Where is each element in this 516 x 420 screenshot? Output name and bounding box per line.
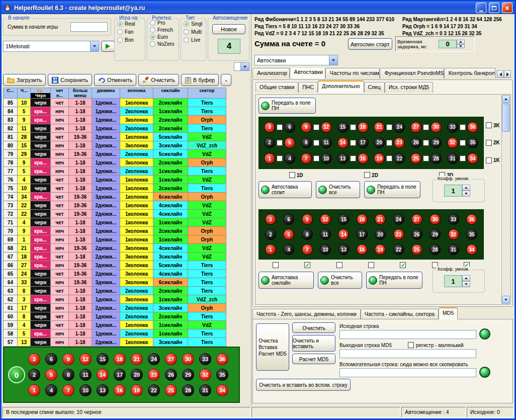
split-checkbox[interactable] (386, 124, 392, 130)
radio-french[interactable]: French (150, 27, 176, 33)
copy-to-buffer-button[interactable]: В буфер (181, 74, 219, 86)
md5-clear-button[interactable]: Очистить (292, 322, 335, 333)
felt-number-32[interactable]: 32 (199, 369, 211, 381)
maximize-button[interactable] (489, 3, 499, 13)
bet-number-35[interactable]: 35 (466, 229, 477, 240)
bet-number-4[interactable]: 4 (284, 153, 295, 164)
split-checkbox[interactable] (313, 155, 319, 161)
sixline-checkbox-2[interactable] (304, 262, 310, 268)
bet-number-25[interactable]: 25 (411, 244, 422, 255)
felt-number-22[interactable]: 22 (148, 384, 160, 396)
bet-number-1[interactable]: 1 (264, 153, 275, 164)
table-row[interactable]: 638чернчет1-181дюжи...2колонка2сиклайнTi… (4, 287, 226, 295)
vertical-scrollbar[interactable] (501, 95, 510, 304)
bet-number-3[interactable]: 3 (264, 122, 275, 133)
bet-number-17[interactable]: 17 (357, 229, 368, 240)
bet-number-9[interactable]: 9 (302, 214, 313, 225)
undo-button[interactable]: Отменить (94, 74, 136, 86)
radio-nozero[interactable]: NoZero (150, 41, 176, 47)
tab-main-4[interactable]: Функционал PsevdoMS (380, 68, 444, 78)
bet-number-9[interactable]: 9 (301, 122, 312, 133)
felt-number-8[interactable]: 8 (62, 369, 74, 381)
tab-scroll-left-button[interactable] (497, 70, 504, 78)
go-ball-button[interactable] (479, 328, 490, 340)
radio-pro[interactable]: Pro (150, 20, 176, 26)
bet-number-29[interactable]: 29 (429, 229, 441, 240)
bet-number-16[interactable]: 16 (358, 153, 369, 164)
split-checkbox[interactable] (460, 155, 466, 161)
bet-number-16[interactable]: 16 (357, 244, 368, 255)
felt-number-36[interactable]: 36 (216, 353, 228, 365)
dozen-checkbox-1d[interactable] (289, 172, 295, 178)
spinner-up-button[interactable] (462, 185, 470, 191)
radio-real[interactable]: Real (117, 21, 142, 27)
split-checkbox[interactable] (460, 124, 466, 130)
radio-fan[interactable]: Fan (117, 29, 142, 35)
tab-sub-4[interactable]: Спец (364, 82, 385, 93)
table-row[interactable]: 7510чернчет1-181дюжи...1колонка2сиклайнT… (4, 184, 226, 193)
felt-number-24[interactable]: 24 (148, 353, 160, 365)
bet-number-7[interactable]: 7 (302, 244, 313, 255)
bet-number-21[interactable]: 21 (375, 214, 386, 225)
radio-live[interactable]: Live (184, 37, 203, 43)
felt-number-29[interactable]: 29 (182, 369, 194, 381)
bet-number-30[interactable]: 30 (431, 122, 442, 133)
table-row[interactable]: 7434кра...чет19-363дюжи...1колонка6сикла… (4, 193, 226, 201)
felt-number-26[interactable]: 26 (165, 369, 177, 381)
coef-spinner[interactable]: 1 (444, 275, 470, 287)
felt-number-16[interactable]: 16 (114, 384, 126, 396)
bet-number-18[interactable]: 18 (358, 122, 369, 133)
autospin-start-button[interactable]: Автоспин старт (348, 38, 392, 50)
transfer-to-pn-button[interactable]: Передать в поле ПН (366, 272, 422, 289)
bet-number-28[interactable]: 28 (431, 153, 442, 164)
bet-number-19[interactable]: 19 (374, 153, 385, 164)
split-checkbox[interactable] (350, 155, 356, 161)
bet-number-10[interactable]: 10 (320, 244, 331, 255)
radio-euro[interactable]: Euro (150, 34, 176, 40)
bet-number-32[interactable]: 32 (447, 137, 458, 148)
bet-number-24[interactable]: 24 (393, 214, 404, 225)
clear-button[interactable]: Очистить (138, 74, 179, 86)
bet-number-11[interactable]: 11 (320, 229, 331, 240)
split-checkbox[interactable] (313, 124, 319, 130)
clear-all-button[interactable]: Очистить все (318, 272, 362, 289)
bet-number-26[interactable]: 26 (411, 229, 422, 240)
sixline-checkbox-1[interactable] (273, 262, 279, 268)
table-row[interactable]: 6718кра...чет1-182дюжи...3колонка3сиклай… (4, 253, 226, 261)
dozen-checkbox-2d[interactable] (364, 172, 370, 178)
table-row[interactable]: 5713черннеч1-182дюжи...1колонка3сиклайнT… (4, 338, 226, 347)
felt-number-9[interactable]: 9 (62, 353, 74, 365)
table-row[interactable]: 8128чернчет19-363дюжи...1колонка5сиклайн… (4, 133, 226, 141)
tab-main-1[interactable]: Анализатор (252, 68, 290, 78)
spinner-up-button[interactable] (462, 275, 470, 281)
bet-number-2[interactable]: 2 (265, 229, 276, 240)
felt-number-12[interactable]: 12 (79, 353, 92, 365)
bet-number-17[interactable]: 17 (358, 137, 369, 148)
felt-number-19[interactable]: 19 (131, 384, 143, 396)
bet-number-23[interactable]: 23 (393, 229, 404, 240)
table-row[interactable]: 6433черннеч19-363дюжи...3колонка6сиклайн… (4, 278, 226, 287)
felt-number-21[interactable]: 21 (131, 353, 143, 365)
felt-number-28[interactable]: 28 (182, 384, 194, 396)
felt-number-2[interactable]: 2 (28, 369, 40, 381)
spinner-down-button[interactable] (462, 281, 470, 287)
tab-sub-1[interactable]: Общие ставки (255, 82, 298, 93)
bet-number-20[interactable]: 20 (375, 229, 386, 240)
spins-table[interactable]: С... Ч... Кр.Черн четн... большменш дюжи… (3, 88, 226, 355)
tab-sub-2[interactable]: ПНС (298, 82, 318, 93)
split-checkbox[interactable] (350, 124, 356, 130)
split-checkbox[interactable] (277, 155, 283, 161)
felt-number-34[interactable]: 34 (216, 384, 228, 396)
bet-number-29[interactable]: 29 (431, 137, 442, 148)
bet-number-12[interactable]: 12 (320, 214, 331, 225)
tab-bottom-1[interactable]: Частота - Zero, шансы, дюжины, колонки (252, 309, 361, 319)
felt-number-6[interactable]: 6 (45, 353, 57, 365)
split-checkbox[interactable] (313, 140, 319, 146)
felt-number-17[interactable]: 17 (114, 369, 126, 381)
save-button[interactable]: Сохранить (48, 74, 92, 86)
split-checkbox[interactable] (423, 155, 429, 161)
radio-singl[interactable]: Singl (184, 21, 203, 27)
felt-number-11[interactable]: 11 (79, 369, 92, 381)
bet-number-28[interactable]: 28 (429, 244, 441, 255)
bet-number-14[interactable]: 14 (337, 137, 349, 148)
